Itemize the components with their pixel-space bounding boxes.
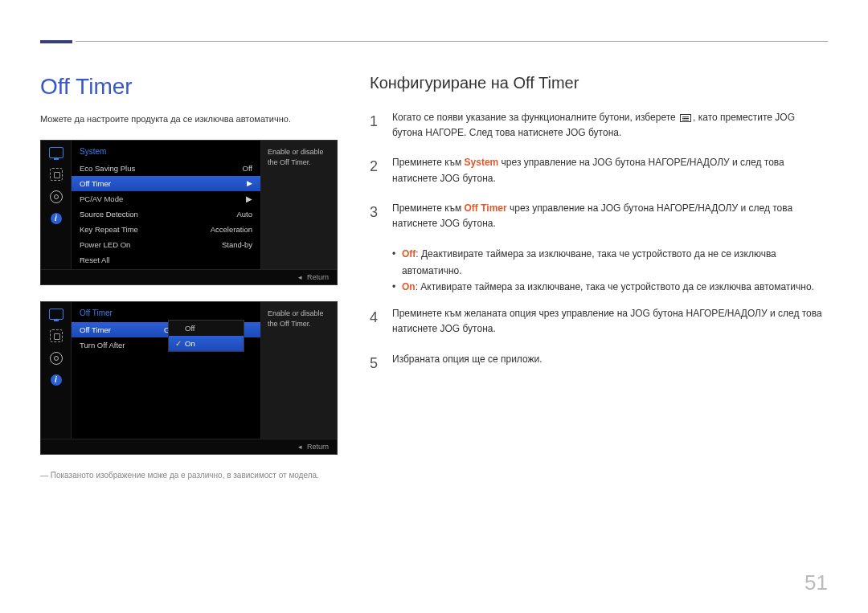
osd-sidebar: i <box>41 302 72 439</box>
section-title: Off Timer <box>40 74 338 100</box>
back-icon: ◂ <box>298 443 302 451</box>
popup-option-off[interactable]: ✓Off <box>169 321 244 336</box>
step-3: 3 Преминете към Off Timer чрез управлени… <box>370 201 828 231</box>
chevron-right-icon: ▶ <box>247 179 252 188</box>
osd-row-value: Stand-by <box>222 240 252 249</box>
step-body: Преминете към желаната опция чрез управл… <box>392 306 828 337</box>
osd-footer: ◂ Return <box>41 439 337 454</box>
osd-sidebar: i <box>41 141 72 269</box>
step-number: 4 <box>370 306 381 337</box>
step-body: Избраната опция ще се приложи. <box>392 352 828 375</box>
osd-row-powerled[interactable]: Power LED OnStand-by <box>72 237 260 252</box>
step-number: 5 <box>370 352 381 375</box>
osd-row-keyrepeat[interactable]: Key Repeat TimeAcceleration <box>72 222 260 237</box>
osd-row-source[interactable]: Source DetectionAuto <box>72 206 260 222</box>
osd-row-label: Turn Off After <box>80 341 164 349</box>
osd-row-label: Eco Saving Plus <box>80 164 135 173</box>
osd-row-label: Reset All <box>80 255 110 264</box>
osd-row-value: Auto <box>236 210 252 219</box>
keyword-on: On <box>402 281 416 292</box>
screen-icon <box>50 329 63 342</box>
step-4: 4 Преминете към желаната опция чрез упра… <box>370 306 828 337</box>
gear-icon <box>50 352 63 365</box>
config-subtitle: Конфигуриране на Off Timer <box>370 74 828 92</box>
osd-row-value: Acceleration <box>211 225 252 234</box>
osd-row-offtimer[interactable]: Off Timer▶ <box>72 176 260 191</box>
picture-icon <box>49 147 63 158</box>
check-icon: ✓ <box>175 339 182 348</box>
keyword-off: Off <box>402 248 416 260</box>
step-number: 1 <box>370 110 381 141</box>
step-number: 2 <box>370 155 381 186</box>
osd-help-text: Enable or disable the Off Timer. <box>260 302 337 439</box>
osd-footer: ◂ Return <box>41 269 337 284</box>
osd-row-value: Off <box>243 164 253 173</box>
picture-icon <box>49 309 63 320</box>
return-label[interactable]: Return <box>307 273 329 281</box>
osd-row-resetall[interactable]: Reset All <box>72 252 260 268</box>
osd-system-menu: i System Eco Saving PlusOff Off Timer▶ P… <box>40 140 338 285</box>
osd-row-label: Source Detection <box>80 210 138 219</box>
header-accent <box>40 40 72 43</box>
step-2: 2 Преминете към System чрез управление н… <box>370 155 828 186</box>
osd-row-label: Off Timer <box>80 179 111 188</box>
step-5: 5 Избраната опция ще се приложи. <box>370 352 828 375</box>
popup-option-on[interactable]: ✓On <box>169 336 244 351</box>
step-body: Преминете към Off Timer чрез управление … <box>392 201 828 231</box>
menu-icon <box>680 114 691 122</box>
step-1: 1 Когато се появи указание за функционал… <box>370 110 828 141</box>
osd-option-popup: ✓Off ✓On <box>168 320 244 352</box>
keyword-system: System <box>465 157 499 168</box>
osd-menu-title: System <box>72 145 260 161</box>
osd-row-label: PC/AV Mode <box>80 194 123 203</box>
keyword-offtimer: Off Timer <box>465 202 507 214</box>
back-icon: ◂ <box>298 273 302 281</box>
gear-icon <box>50 190 63 203</box>
osd-offtimer-submenu: i Off Timer Off TimerOff Turn Off After … <box>40 301 338 455</box>
osd-row-pcav[interactable]: PC/AV Mode▶ <box>72 191 260 206</box>
info-icon: i <box>51 374 62 386</box>
step-number: 3 <box>370 201 381 231</box>
osd-row-eco[interactable]: Eco Saving PlusOff <box>72 161 260 176</box>
option-bullets: •Off: Деактивирате таймера за изключване… <box>392 246 828 295</box>
footnote: ― Показаното изображение може да е разли… <box>40 471 338 480</box>
return-label[interactable]: Return <box>307 443 329 451</box>
osd-row-label: Off Timer <box>80 325 164 334</box>
header-rule <box>76 41 828 42</box>
step-body: Когато се появи указание за функционални… <box>392 110 828 141</box>
step-body: Преминете към System чрез управление на … <box>392 155 828 186</box>
screen-icon <box>50 168 63 181</box>
chevron-right-icon: ▶ <box>246 194 252 203</box>
osd-row-label: Power LED On <box>80 240 130 249</box>
osd-row-label: Key Repeat Time <box>80 225 138 234</box>
info-icon: i <box>51 213 62 224</box>
osd-help-text: Enable or disable the Off Timer. <box>260 141 337 269</box>
section-desc: Можете да настроите продукта да се изклю… <box>40 114 338 124</box>
page-number: 51 <box>805 570 828 595</box>
